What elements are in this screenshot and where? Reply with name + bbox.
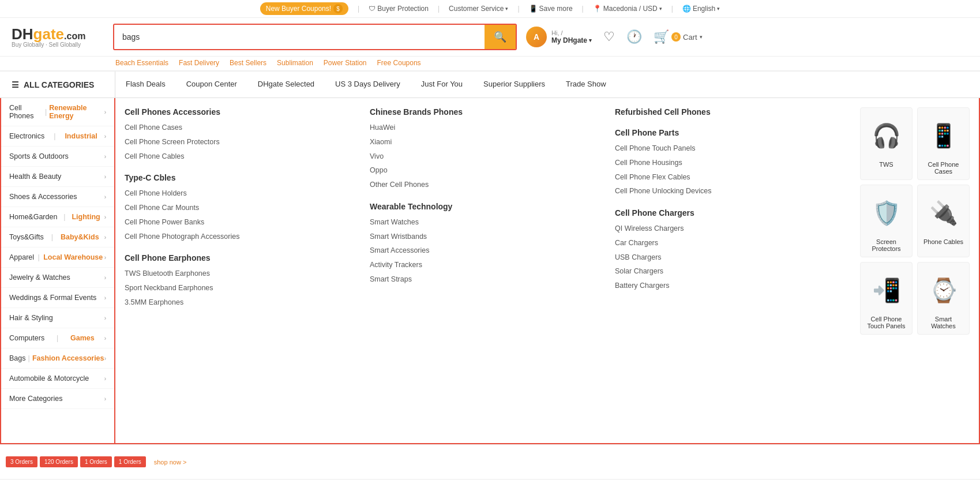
- sidebar-item-label: Weddings & Formal Events: [9, 294, 96, 302]
- heart-icon: ♡: [603, 29, 615, 44]
- product-card[interactable]: 📱 Cell Phone Cases: [917, 107, 970, 180]
- nav-tab[interactable]: Flash Deals: [115, 72, 176, 97]
- section-item[interactable]: Cell Phone Cases: [125, 122, 364, 133]
- sidebar-item-label: Health & Beauty: [9, 172, 61, 181]
- sidebar-item[interactable]: Electronics | Industrial›: [1, 126, 114, 147]
- coupon-button[interactable]: New Buyer Coupons! $: [260, 2, 348, 15]
- sidebar-item[interactable]: Apparel | Local Warehouse›: [1, 247, 114, 268]
- nav-tab[interactable]: DHgate Selected: [247, 72, 325, 97]
- save-more-link[interactable]: 📱 Save more: [529, 5, 573, 13]
- section-item[interactable]: Cell Phone Cables: [125, 151, 364, 162]
- nav-tab[interactable]: Just For You: [411, 72, 473, 97]
- section-item[interactable]: QI Wireless Chargers: [615, 223, 854, 234]
- nav-tab[interactable]: Coupon Center: [176, 72, 247, 97]
- bottom-bar-item[interactable]: 1 Orders: [114, 456, 146, 467]
- section-item[interactable]: Cell Phone Screen Protectors: [125, 137, 364, 148]
- shop-now-link[interactable]: shop now >: [154, 459, 187, 466]
- section-item[interactable]: Other Cell Phones: [370, 179, 609, 190]
- product-card[interactable]: 🎧 TWS: [860, 107, 913, 180]
- dropdown-panel: Cell Phones AccessoriesCell Phone CasesC…: [115, 98, 980, 444]
- section-item[interactable]: TWS Bluetooth Earphones: [125, 268, 364, 279]
- product-card-row: 📲 Cell Phone Touch Panels ⌚ Smart Watche…: [860, 262, 970, 335]
- sidebar-item[interactable]: Hair & Styling›: [1, 308, 114, 328]
- sidebar-item[interactable]: More Categories›: [1, 389, 114, 409]
- sidebar-item[interactable]: Computers | Games›: [1, 328, 114, 348]
- history-button[interactable]: 🕐: [626, 29, 642, 44]
- mydhgate-link[interactable]: My DHgate ▾: [551, 36, 592, 44]
- section-item[interactable]: Car Chargers: [615, 238, 854, 249]
- sidebar-item[interactable]: Weddings & Formal Events›: [1, 288, 114, 308]
- section-item[interactable]: Activity Trackers: [370, 260, 609, 271]
- bottom-bar-item[interactable]: 3 Orders: [6, 456, 37, 467]
- sidebar-item[interactable]: Health & Beauty›: [1, 167, 114, 187]
- location-link[interactable]: 📍 Macedonia / USD ▾: [593, 5, 662, 13]
- quick-link[interactable]: Sublimation: [277, 59, 313, 67]
- product-card[interactable]: ⌚ Smart Watches: [917, 262, 970, 335]
- quick-link[interactable]: Fast Delivery: [179, 59, 219, 67]
- all-categories-button[interactable]: ☰ ALL CATEGORIES: [0, 72, 115, 97]
- product-card[interactable]: 🛡️ Screen Protectors: [860, 185, 913, 257]
- bottom-bar-item[interactable]: 1 Orders: [80, 456, 112, 467]
- card-image: 📲: [865, 267, 907, 313]
- section-item[interactable]: Sport Neckband Earphones: [125, 283, 364, 294]
- product-card[interactable]: 🔌 Phone Cables: [917, 185, 970, 257]
- section-item[interactable]: Smart Wristbands: [370, 231, 609, 242]
- section-item[interactable]: Cell Phone Touch Panels: [615, 143, 854, 154]
- sidebar-item[interactable]: Cell Phones | Renewable Energy›: [1, 98, 114, 126]
- nav-tab[interactable]: Superior Suppliers: [473, 72, 555, 97]
- logo[interactable]: DHgate.com Buy Globally · Sell Globally: [12, 27, 104, 48]
- search-input[interactable]: [114, 27, 485, 47]
- sidebar-item[interactable]: Sports & Outdoors›: [1, 147, 114, 167]
- section-item[interactable]: Smart Watches: [370, 217, 609, 228]
- bottom-bar-item[interactable]: 120 Orders: [40, 456, 78, 467]
- section-item[interactable]: USB Chargers: [615, 252, 854, 263]
- sep5: |: [671, 5, 673, 13]
- sidebar-item[interactable]: Shoes & Accessories›: [1, 187, 114, 207]
- sidebar-item-label: Home&Garden: [9, 213, 57, 221]
- quick-link[interactable]: Free Coupons: [377, 59, 421, 67]
- section-item[interactable]: 3.5MM Earphones: [125, 297, 364, 308]
- wishlist-button[interactable]: ♡: [603, 29, 615, 44]
- section-item[interactable]: Smart Straps: [370, 274, 609, 285]
- card-label: Phone Cables: [922, 238, 964, 245]
- section-item[interactable]: Vivo: [370, 151, 609, 162]
- sidebar-item[interactable]: Automobile & Motorcycle›: [1, 369, 114, 389]
- sidebar-item-label: Cell Phones: [9, 104, 43, 120]
- section-item[interactable]: Oppo: [370, 165, 609, 176]
- chevron-right-icon: ›: [104, 335, 106, 342]
- section-item[interactable]: Solar Chargers: [615, 266, 854, 277]
- language-link[interactable]: 🌐 English ▾: [682, 5, 720, 13]
- section-item[interactable]: Cell Phone Photograph Accessories: [125, 231, 364, 242]
- sidebar-item[interactable]: Jewelry & Watches›: [1, 268, 114, 288]
- sidebar-item[interactable]: Toys&Gifts | Baby&Kids›: [1, 227, 114, 247]
- search-button[interactable]: 🔍: [485, 25, 516, 49]
- cart-button[interactable]: 🛒 0 Cart ▾: [654, 29, 703, 44]
- section-item[interactable]: Xiaomi: [370, 137, 609, 148]
- sidebar-item-label: Apparel: [9, 253, 34, 261]
- section-item[interactable]: Cell Phone Holders: [125, 188, 364, 199]
- section-item[interactable]: Cell Phone Car Mounts: [125, 202, 364, 213]
- main-nav: ☰ ALL CATEGORIES Flash DealsCoupon Cente…: [0, 72, 980, 98]
- quick-link[interactable]: Power Station: [324, 59, 367, 67]
- sidebar-item[interactable]: Home&Garden | Lighting›: [1, 207, 114, 227]
- sidebar-item-label: Electronics: [9, 132, 44, 140]
- customer-service-link[interactable]: Customer Service ▾: [449, 5, 508, 13]
- section-item[interactable]: Cell Phone Housings: [615, 158, 854, 168]
- quick-link[interactable]: Best Sellers: [230, 59, 266, 67]
- quick-link[interactable]: Beach Essentials: [115, 59, 168, 67]
- section-item[interactable]: Battery Chargers: [615, 280, 854, 291]
- section-item[interactable]: HuaWei: [370, 122, 609, 133]
- sidebar-item-highlight: Local Warehouse: [43, 253, 103, 261]
- nav-tab[interactable]: Trade Show: [555, 72, 617, 97]
- section-item[interactable]: Smart Accessories: [370, 245, 609, 256]
- section-item[interactable]: Cell Phone Unlocking Devices: [615, 186, 854, 197]
- section-item[interactable]: Cell Phone Flex Cables: [615, 172, 854, 183]
- search-bar[interactable]: 🔍: [113, 24, 517, 50]
- bottom-bar: 3 Orders120 Orders1 Orders1 Ordersshop n…: [0, 444, 980, 479]
- nav-tab[interactable]: US 3 Days Delivery: [325, 72, 411, 97]
- account-info[interactable]: Hi, / My DHgate ▾: [551, 29, 592, 44]
- sidebar-item[interactable]: Bags | Fashion Accessories›: [1, 348, 114, 369]
- buyer-protection-link[interactable]: 🛡 Buyer Protection: [369, 5, 429, 13]
- section-item[interactable]: Cell Phone Power Banks: [125, 217, 364, 228]
- product-card[interactable]: 📲 Cell Phone Touch Panels: [860, 262, 913, 335]
